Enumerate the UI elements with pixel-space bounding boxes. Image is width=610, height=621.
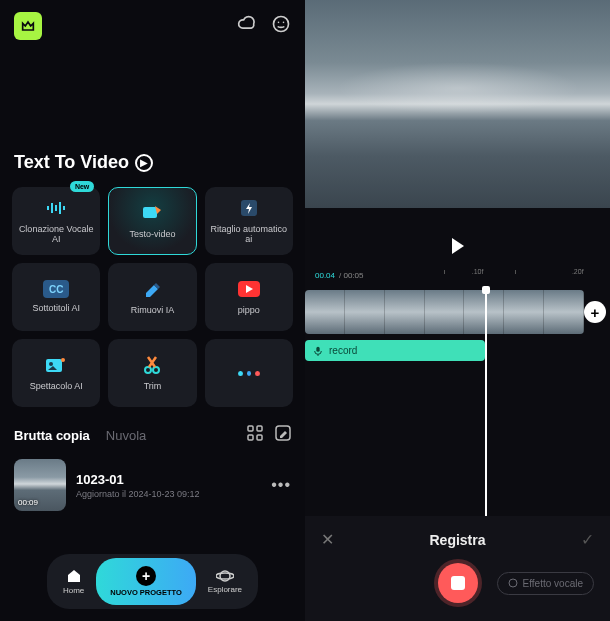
- close-icon[interactable]: ✕: [321, 530, 334, 549]
- feature-label: Sottotitoli AI: [28, 304, 84, 314]
- hero-section[interactable]: Text To Video ▶: [0, 52, 305, 187]
- edit-icon[interactable]: [275, 425, 291, 445]
- feature-label: pippo: [234, 306, 264, 316]
- project-title: 1023-01: [76, 472, 261, 487]
- mic-icon: [313, 346, 323, 356]
- planet-icon: [216, 569, 234, 583]
- svg-rect-3: [47, 206, 49, 210]
- feature-text-video[interactable]: Testo-video: [108, 187, 196, 255]
- record-button[interactable]: [438, 563, 478, 603]
- youtube-icon: [238, 278, 260, 300]
- play-controls: [305, 208, 610, 264]
- grid-view-icon[interactable]: [247, 425, 263, 445]
- feature-remove-ai[interactable]: Rimuovi IA: [108, 263, 196, 331]
- feature-label: Rimuovi IA: [127, 306, 179, 316]
- voice-icon: [45, 197, 67, 219]
- app-home-pane: Text To Video ▶ New Clonazione Vocale AI…: [0, 0, 305, 621]
- projects-tabs: Brutta copia Nuvola: [0, 407, 305, 453]
- svg-rect-16: [248, 426, 253, 431]
- feature-pippo[interactable]: pippo: [205, 263, 293, 331]
- feature-auto-crop[interactable]: Ritaglio automatico ai: [205, 187, 293, 255]
- premium-badge[interactable]: [14, 12, 42, 40]
- nav-home[interactable]: Home: [51, 562, 96, 601]
- feature-subtitles[interactable]: CC Sottotitoli AI: [12, 263, 100, 331]
- svg-rect-7: [63, 206, 65, 210]
- topbar-actions: [237, 14, 291, 38]
- feature-show-ai[interactable]: Spettacolo AI: [12, 339, 100, 407]
- cloud-icon[interactable]: [237, 14, 257, 38]
- new-badge: New: [70, 181, 94, 192]
- project-thumbnail: 00:09: [14, 459, 66, 511]
- record-panel: ✕ Registra ✓ Effetto vocale: [305, 516, 610, 621]
- play-button[interactable]: [452, 238, 464, 254]
- feature-label: Trim: [140, 382, 166, 392]
- eraser-icon: [141, 278, 163, 300]
- time-total: / 00:05: [339, 271, 363, 280]
- crown-icon: [20, 18, 36, 34]
- text-video-icon: [141, 202, 163, 224]
- more-icon[interactable]: •••: [271, 476, 291, 494]
- nav-label: Esplorare: [208, 585, 242, 594]
- plus-icon: +: [136, 566, 156, 586]
- playhead[interactable]: [485, 290, 487, 531]
- project-subtitle: Aggiornato il 2024-10-23 09:12: [76, 489, 261, 499]
- topbar: [0, 0, 305, 52]
- crop-bolt-icon: [238, 197, 260, 219]
- svg-point-15: [153, 367, 159, 373]
- svg-rect-23: [316, 346, 319, 351]
- svg-point-1: [278, 22, 280, 24]
- voice-effect-button[interactable]: Effetto vocale: [497, 572, 594, 595]
- feature-label: Testo-video: [125, 230, 179, 240]
- editor-pane: 00.04 / 00:05 .10f .20f + record ✕ Regis…: [305, 0, 610, 621]
- add-clip-button[interactable]: +: [584, 301, 606, 323]
- svg-rect-17: [257, 426, 262, 431]
- time-current: 00.04: [315, 271, 335, 280]
- project-item[interactable]: 00:09 1023-01 Aggiornato il 2024-10-23 0…: [0, 453, 305, 517]
- feature-voice-clone[interactable]: New Clonazione Vocale AI: [12, 187, 100, 255]
- svg-rect-11: [46, 359, 62, 372]
- tab-draft[interactable]: Brutta copia: [14, 428, 90, 443]
- nav-explore[interactable]: Esplorare: [196, 563, 254, 600]
- tab-cloud[interactable]: Nuvola: [106, 428, 146, 443]
- video-clip[interactable]: [305, 290, 584, 334]
- duration-label: 00:09: [18, 498, 38, 507]
- svg-point-13: [61, 358, 65, 362]
- check-icon[interactable]: ✓: [581, 530, 594, 549]
- more-dots-icon: [238, 362, 260, 384]
- chevron-right-circle-icon: ▶: [135, 154, 153, 172]
- bottom-nav: Home + NUOVO PROGETTO Esplorare: [0, 544, 305, 621]
- wand-icon: [508, 578, 518, 588]
- stop-icon: [451, 576, 465, 590]
- record-title: Registra: [429, 532, 485, 548]
- audio-label: record: [329, 345, 357, 356]
- svg-rect-6: [59, 202, 61, 214]
- voice-effect-label: Effetto vocale: [523, 578, 583, 589]
- scissors-icon: [141, 354, 163, 376]
- svg-rect-19: [257, 435, 262, 440]
- timeline-ruler[interactable]: .10f .20f: [378, 270, 600, 280]
- svg-point-24: [509, 579, 517, 587]
- feature-trim[interactable]: Trim: [108, 339, 196, 407]
- svg-point-22: [216, 573, 234, 579]
- audio-clip[interactable]: record: [305, 340, 485, 361]
- feature-label: Ritaglio automatico ai: [205, 225, 293, 245]
- video-track[interactable]: +: [305, 290, 610, 334]
- nav-new-project[interactable]: + NUOVO PROGETTO: [96, 558, 196, 605]
- svg-rect-5: [55, 205, 57, 211]
- svg-point-14: [145, 367, 151, 373]
- timeline-header: 00.04 / 00:05 .10f .20f: [305, 264, 610, 282]
- feature-label: Spettacolo AI: [26, 382, 87, 392]
- svg-rect-4: [51, 203, 53, 213]
- hero-title: Text To Video: [14, 152, 129, 173]
- smile-icon[interactable]: [271, 14, 291, 38]
- feature-more[interactable]: [205, 339, 293, 407]
- svg-point-0: [274, 17, 289, 32]
- project-meta: 1023-01 Aggiornato il 2024-10-23 09:12: [76, 472, 261, 499]
- cc-icon: CC: [43, 280, 69, 298]
- video-preview[interactable]: [305, 0, 610, 208]
- feature-label: Clonazione Vocale AI: [12, 225, 100, 245]
- nav-label: Home: [63, 586, 84, 595]
- svg-point-12: [49, 362, 53, 366]
- svg-rect-8: [143, 207, 157, 218]
- picture-sparkle-icon: [45, 354, 67, 376]
